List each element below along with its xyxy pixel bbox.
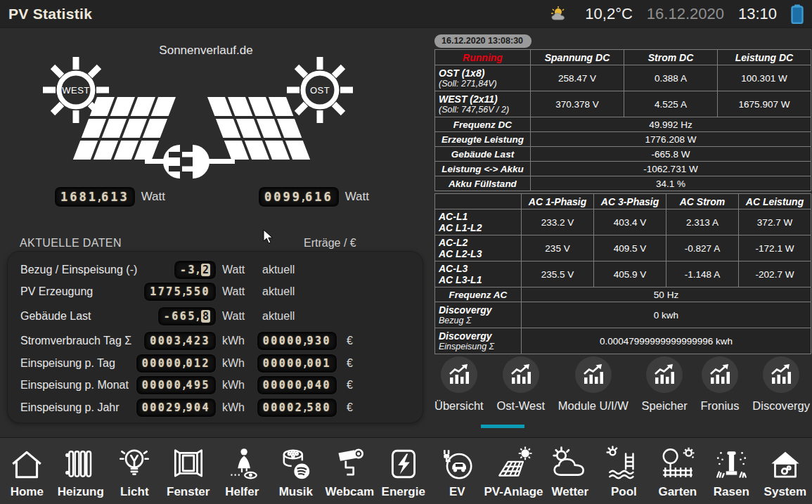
cell-leistung: 100.301 W bbox=[718, 65, 811, 91]
data-row-pv-erzeugung: PV Erzeugung 1775,550 Watt aktuell bbox=[8, 281, 423, 304]
counter-int: 00000 bbox=[263, 335, 304, 347]
chart-tab-uebersicht[interactable]: Übersicht bbox=[434, 356, 484, 413]
nav-item-licht[interactable]: Licht bbox=[108, 444, 162, 499]
row-label: PV Erzeugung bbox=[8, 285, 146, 298]
row-status: aktuell bbox=[255, 285, 295, 298]
cell-strom: 4.525 A bbox=[624, 91, 718, 117]
energy-bolt-icon bbox=[385, 445, 423, 483]
counter-display: 1775,550 bbox=[144, 283, 216, 301]
counter-dec: 613 bbox=[101, 190, 129, 204]
counter-dec: 012 bbox=[186, 357, 210, 370]
string-name: WEST (2x11) bbox=[439, 93, 529, 105]
chart-tab-ost-west[interactable]: Ost-West bbox=[497, 356, 545, 413]
chart-tab-fronius[interactable]: Fronius bbox=[700, 356, 739, 413]
row-label: Frequenz DC bbox=[435, 117, 531, 132]
chart-tab-speicher[interactable]: Speicher bbox=[642, 356, 688, 413]
counter-int: -665 bbox=[164, 310, 196, 323]
cell-w: 372.7 W bbox=[739, 209, 811, 235]
currency-label: € bbox=[337, 379, 353, 392]
chart-tab-label: Ost-West bbox=[497, 399, 545, 413]
col-header-ac3: AC 3-Phasig bbox=[594, 194, 666, 209]
cell-v3: 403.4 V bbox=[594, 209, 666, 235]
camera-icon bbox=[330, 445, 368, 483]
nav-item-rasen[interactable]: Rasen bbox=[704, 444, 759, 499]
string-soll: (Soll: 271,84V) bbox=[439, 79, 529, 89]
row-sublabel: Einspeisung Σ bbox=[439, 342, 520, 352]
col-header-ac-leistung: AC Leistung bbox=[739, 194, 811, 209]
solar-panel-sun-icon bbox=[495, 445, 533, 483]
page-title: PV Statistik bbox=[8, 6, 92, 22]
garden-tree-fence-icon bbox=[659, 445, 697, 483]
active-tab-indicator bbox=[481, 425, 524, 428]
data-row-bezug: Bezug / Einspeisung (-) -3,2 Watt aktuel… bbox=[8, 259, 423, 281]
nav-item-pv-anlage[interactable]: PV-Anlage bbox=[484, 444, 543, 499]
counter-dec: 001 bbox=[307, 357, 331, 370]
mouse-cursor bbox=[263, 229, 274, 245]
section-title-ertraege: Erträge / € bbox=[304, 237, 356, 250]
phase-name2: AC L3-L1 bbox=[439, 274, 520, 285]
west-power-counter: 1681,613 Watt bbox=[55, 187, 165, 207]
counter-int: 1681 bbox=[60, 190, 98, 204]
nav-item-wetter[interactable]: Wetter bbox=[543, 444, 598, 499]
counter-dec: 616 bbox=[305, 190, 333, 204]
chart-tab-module-uiw[interactable]: Module U/I/W bbox=[558, 356, 629, 413]
row-label: Gebäude Last bbox=[435, 147, 531, 162]
counter-display: -665,8 bbox=[158, 307, 216, 325]
row-label: Leistung <-> Akku bbox=[435, 162, 531, 176]
chart-tab-label: Speicher bbox=[642, 399, 688, 413]
nav-item-ev[interactable]: EV bbox=[430, 444, 484, 499]
bar-chart-icon bbox=[441, 356, 477, 393]
table-row-gebaeude-last: Gebäude Last -665.8 W bbox=[435, 147, 811, 162]
nav-item-home[interactable]: Home bbox=[0, 444, 54, 499]
pool-ladder-icon bbox=[605, 445, 643, 483]
nav-item-helfer[interactable]: Helfer bbox=[215, 444, 269, 499]
row-label: Gebäude Last bbox=[8, 310, 146, 323]
chart-tabs: Übersicht Ost-West Module U/I/W Speicher… bbox=[434, 356, 810, 413]
nav-item-garten[interactable]: Garten bbox=[651, 444, 705, 499]
nav-item-musik[interactable]: Musik bbox=[269, 444, 323, 499]
counter-display: 00000,012 bbox=[136, 354, 216, 373]
data-row-einspeisung-jahr: Einspeisung p. Jahr 00029,904 kWh 00002,… bbox=[8, 396, 423, 419]
nav-item-heizung[interactable]: Heizung bbox=[54, 444, 108, 499]
counter-int: 0099 bbox=[264, 190, 302, 204]
person-vacuum-icon bbox=[223, 445, 261, 483]
sonnenverlauf-caption: Sonnenverlauf.de bbox=[101, 44, 311, 58]
temperature-value: 10,2°C bbox=[585, 5, 633, 23]
nav-item-webcam[interactable]: Webcam bbox=[323, 444, 377, 499]
counter-int: 00000 bbox=[263, 357, 304, 370]
table-row-l3: AC-L3AC L3-L1 235.5 V 405.9 V -1.148 A -… bbox=[435, 261, 811, 287]
col-header-ac1: AC 1-Phasig bbox=[522, 194, 594, 209]
top-bar-status: 10,2°C 16.12.2020 13:10 bbox=[550, 4, 804, 24]
cell-a: -0.827 A bbox=[666, 235, 739, 261]
section-title-aktuelle-daten: AKTUELLE DATEN bbox=[20, 237, 122, 250]
top-bar: PV Statistik 10,2°C 16.12.2020 13:10 bbox=[0, 0, 812, 28]
row-value: 1776.208 W bbox=[531, 132, 811, 147]
bar-chart-icon bbox=[503, 356, 539, 393]
counter-display: 0099,616 bbox=[259, 187, 339, 207]
nav-item-pool[interactable]: Pool bbox=[597, 444, 651, 499]
window-icon bbox=[169, 445, 207, 483]
row-label: Discovergy bbox=[439, 304, 520, 316]
nav-item-system[interactable]: System bbox=[759, 444, 812, 499]
cell-v3: 405.9 V bbox=[594, 261, 666, 287]
counter-int: 00002 bbox=[263, 401, 304, 414]
unit-label: Watt bbox=[216, 264, 255, 276]
row-label: Erzeugte Leistung bbox=[435, 132, 531, 147]
table-row-akku-fuellstand: Akku Füllstand 34.1 % bbox=[435, 176, 811, 191]
nav-item-fenster[interactable]: Fenster bbox=[162, 444, 216, 499]
col-header-strom-dc: Strom DC bbox=[624, 50, 718, 65]
phase-name2: AC L1-L2 bbox=[439, 222, 520, 233]
unit-label: kWh bbox=[216, 357, 255, 370]
chart-tab-discovergy[interactable]: Discovergy bbox=[752, 356, 810, 413]
cell-w: -172.1 W bbox=[739, 235, 811, 261]
bar-chart-icon bbox=[702, 356, 738, 393]
unit-label: Watt bbox=[345, 190, 369, 204]
weather-icon bbox=[550, 6, 571, 22]
ost-power-counter: 0099,616 Watt bbox=[259, 187, 369, 207]
counter-display: 0003,423 bbox=[144, 332, 216, 350]
nav-item-energie[interactable]: Energie bbox=[377, 444, 431, 499]
bar-chart-icon bbox=[763, 356, 799, 393]
col-header-ac-strom: AC Strom bbox=[666, 194, 739, 209]
phase-name: AC-L1 bbox=[439, 211, 520, 222]
cell-a: 2.313 A bbox=[666, 209, 739, 235]
